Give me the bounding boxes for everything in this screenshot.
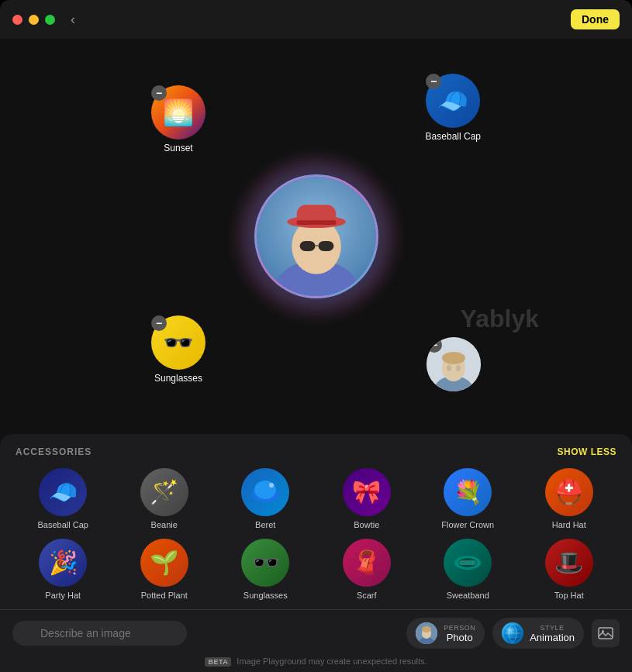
svg-rect-4 <box>299 240 315 250</box>
accessory-sunglasses[interactable]: 🕶️ Sunglasses <box>218 539 313 600</box>
baseball-cap-label: Baseball Cap <box>38 520 88 529</box>
flower-crown-label: Flower Crown <box>441 520 494 529</box>
sunglasses-label: Sunglasses <box>243 591 288 600</box>
style-label: STYLE <box>530 624 575 632</box>
scarf-icon: 🧣 <box>343 539 391 587</box>
avatar-area: − 🌅 Sunset − 🧢 Baseball Cap <box>0 39 632 434</box>
potted-plant-icon: 🌱 <box>140 539 188 587</box>
svg-rect-22 <box>459 560 476 565</box>
avatar-image <box>254 174 378 298</box>
flower-crown-icon: 💐 <box>444 468 492 516</box>
accessory-beret[interactable]: Beret <box>218 468 313 529</box>
svg-point-26 <box>422 626 431 632</box>
beret-label: Beret <box>255 520 275 529</box>
svg-rect-32 <box>599 628 613 639</box>
sunglasses-label: Sunglasses <box>154 373 202 384</box>
bowtie-label: Bowtie <box>354 520 379 529</box>
accessory-baseball-cap[interactable]: 🧢 Baseball Cap <box>16 468 111 529</box>
style-pill-text: STYLE Animation <box>530 624 575 643</box>
accessories-grid: 🧢 Baseball Cap 🪄 Beanie <box>16 468 616 600</box>
accessory-sweatband[interactable]: Sweatband <box>420 539 516 600</box>
remove-sunglasses-icon[interactable]: − <box>151 315 167 331</box>
done-button[interactable]: Done <box>571 9 620 29</box>
person-value: Photo <box>444 632 475 643</box>
party-hat-label: Party Hat <box>45 591 81 600</box>
beta-badge: BETA <box>205 657 231 667</box>
party-hat-icon: 🎉 <box>39 539 87 587</box>
style-pill[interactable]: STYLE Animation <box>492 618 584 649</box>
accessory-bowtie[interactable]: 🎀 Bowtie <box>319 468 415 529</box>
maximize-button[interactable] <box>45 15 55 25</box>
accessory-scarf[interactable]: 🧣 Scarf <box>319 539 415 600</box>
svg-point-16 <box>456 365 461 371</box>
svg-point-15 <box>447 365 451 371</box>
accessory-hard-hat[interactable]: ⛑️ Hard Hat <box>522 468 617 529</box>
title-left: ‹ <box>12 12 75 28</box>
baseball-cap-icon: 🧢 <box>39 468 87 516</box>
svg-point-19 <box>269 483 274 488</box>
show-less-button[interactable]: SHOW LESS <box>557 446 616 457</box>
svg-rect-9 <box>296 220 336 225</box>
watermark: Yablyk <box>461 305 539 333</box>
style-value: Animation <box>530 632 575 643</box>
input-wrapper: ✦ <box>12 621 399 646</box>
person-avatar <box>416 622 437 644</box>
accessory-flower-crown[interactable]: 💐 Flower Crown <box>420 468 516 529</box>
close-button[interactable] <box>12 15 22 25</box>
bowtie-icon: 🎀 <box>343 468 391 516</box>
hard-hat-icon: ⛑️ <box>545 468 593 516</box>
svg-rect-5 <box>318 240 333 250</box>
traffic-lights <box>12 15 55 25</box>
accessories-header: ACCESSORIES SHOW LESS <box>16 446 616 457</box>
person-label: PERSON <box>444 624 475 632</box>
back-button[interactable]: ‹ <box>71 12 75 28</box>
top-hat-icon: 🎩 <box>545 539 593 587</box>
hard-hat-label: Hard Hat <box>552 520 586 529</box>
scarf-label: Scarf <box>357 591 377 600</box>
sunset-label: Sunset <box>164 143 192 153</box>
svg-point-14 <box>442 352 465 364</box>
beta-notice: BETA Image Playground may create unexpec… <box>0 653 632 672</box>
beanie-label: Beanie <box>151 520 178 529</box>
beanie-icon: 🪄 <box>140 468 188 516</box>
sunset-bubble[interactable]: − 🌅 Sunset <box>151 85 205 153</box>
person2-bubble[interactable]: − <box>427 337 481 391</box>
person-pill[interactable]: PERSON Photo <box>406 618 485 649</box>
gallery-button[interactable] <box>592 619 620 647</box>
beta-text: Image Playground may create unexpected r… <box>237 656 427 666</box>
style-globe-icon <box>502 622 523 644</box>
beret-icon <box>241 468 289 516</box>
accessories-panel: ACCESSORIES SHOW LESS 🧢 Baseball Cap 🪄 B… <box>0 434 632 609</box>
potted-plant-label: Potted Plant <box>141 591 188 600</box>
person-pill-text: PERSON Photo <box>444 624 475 643</box>
top-hat-label: Top Hat <box>554 591 584 600</box>
sweatband-label: Sweatband <box>447 591 489 600</box>
baseball-bubble[interactable]: − 🧢 Baseball Cap <box>426 74 481 142</box>
describe-input[interactable] <box>12 621 187 646</box>
remove-sunset-icon[interactable]: − <box>151 85 167 101</box>
sweatband-icon <box>444 539 492 587</box>
sunglasses-bubble[interactable]: − 🕶️ Sunglasses <box>151 315 205 384</box>
title-bar: ‹ Done <box>0 0 632 39</box>
main-content: − 🌅 Sunset − 🧢 Baseball Cap <box>0 39 632 672</box>
remove-person2-icon[interactable]: − <box>427 337 442 353</box>
accessory-top-hat[interactable]: 🎩 Top Hat <box>522 539 617 600</box>
bottom-toolbar: ✦ PERSON Photo <box>0 609 632 653</box>
svg-point-18 <box>254 481 276 499</box>
central-avatar <box>250 171 382 302</box>
sunglasses-icon: 🕶️ <box>241 539 289 587</box>
baseball-label: Baseball Cap <box>426 131 481 142</box>
accessory-potted-plant[interactable]: 🌱 Potted Plant <box>117 539 212 600</box>
minimize-button[interactable] <box>29 15 39 25</box>
accessories-title: ACCESSORIES <box>16 446 92 457</box>
accessory-beanie[interactable]: 🪄 Beanie <box>117 468 212 529</box>
accessory-party-hat[interactable]: 🎉 Party Hat <box>16 539 111 600</box>
